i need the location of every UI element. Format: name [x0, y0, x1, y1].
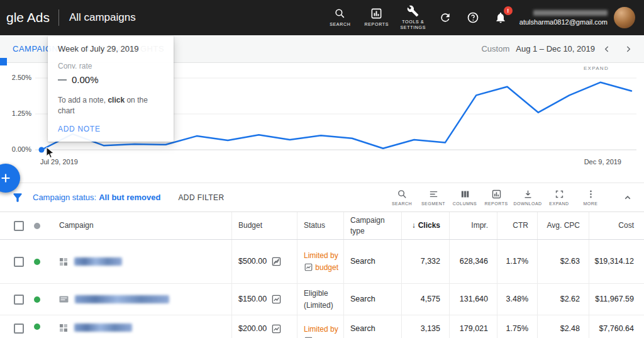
budget-report-icon[interactable] [272, 257, 281, 266]
table-header-row: Campaign Budget Status Campaign type ↓Cl… [0, 212, 644, 240]
budget-cell[interactable]: $150.00 [231, 284, 297, 315]
campaign-thumbnail-icon [59, 295, 69, 303]
filter-funnel-icon [11, 191, 24, 204]
toolbar-reports-button[interactable]: REPORTS [480, 189, 512, 206]
expand-icon [554, 189, 565, 200]
toolbar-download-button[interactable]: DOWNLOAD [512, 189, 543, 206]
clicks-cell: 7,332 [401, 240, 449, 283]
cost-cell: $11,967.59 [589, 284, 644, 315]
status-cell: Eligible (Limited) [297, 284, 343, 315]
clicks-cell: 4,575 [401, 284, 449, 315]
ctr-cell: 1.17% [497, 240, 537, 283]
budget-cell[interactable]: $200.00 [231, 315, 297, 338]
collapse-chart-button[interactable] [616, 186, 639, 209]
app-logo[interactable]: gle Ads [6, 10, 50, 25]
series-dash-icon [58, 79, 67, 81]
chevron-up-icon [622, 192, 633, 203]
row-checkbox[interactable] [14, 324, 24, 334]
campaign-name-redacted[interactable] [74, 324, 132, 332]
refresh-icon [439, 11, 452, 24]
column-header-impressions[interactable]: Impr. [449, 212, 497, 239]
column-header-campaign-type[interactable]: Campaign type [343, 212, 401, 239]
date-range-picker: Custom Aug 1 – Dec 10, 2019 [481, 40, 638, 59]
status-enabled-dot [34, 296, 40, 303]
search-icon [334, 8, 346, 20]
account-name-redacted [533, 10, 608, 16]
status-cell: Limited by budget [297, 240, 343, 283]
active-tab-edge-accent [0, 58, 7, 65]
ctr-cell: 3.48% [497, 284, 537, 315]
tooltip-metric-value: 0.00% [72, 74, 99, 85]
budget-cell[interactable]: $500.00 [231, 240, 297, 283]
campaign-type-cell: Search [343, 240, 401, 283]
avg-cpc-cell: $2.63 [537, 240, 589, 283]
topbar-divider [58, 9, 59, 26]
date-range-preset[interactable]: Custom [481, 44, 509, 54]
y-axis-tick: 1.25% [3, 110, 31, 117]
column-header-status[interactable]: Status [297, 212, 343, 239]
chevron-left-icon [602, 44, 612, 54]
campaign-thumbnail-icon [59, 324, 68, 332]
campaign-status-limited: Limited by budget [304, 250, 341, 273]
campaign-name-redacted[interactable] [74, 257, 122, 266]
tooltip-note-text: To add a note, click on the chart [58, 95, 164, 116]
note-tooltip: Week of July 29, 2019 Conv. rate 0.00% T… [48, 36, 174, 142]
avatar[interactable] [614, 7, 635, 28]
cost-cell: $7,760.64 [589, 315, 644, 338]
add-note-button[interactable]: ADD NOTE [58, 125, 164, 133]
cost-cell: $19,314.12 [589, 240, 644, 283]
sort-desc-icon: ↓ [412, 220, 416, 230]
impressions-cell: 628,346 [449, 240, 497, 283]
avg-cpc-cell: $2.48 [537, 315, 589, 338]
toolbar-search-button[interactable]: SEARCH [386, 189, 418, 206]
top-app-bar: gle Ads All campaigns SEARCH REPORTS TOO… [0, 0, 644, 35]
topbar-search-button[interactable]: SEARCH [322, 0, 358, 35]
row-checkbox[interactable] [14, 257, 24, 267]
campaign-thumbnail-icon [59, 257, 68, 266]
plus-icon [0, 171, 13, 185]
status-dot-header [34, 223, 40, 229]
y-axis-tick: 2.50% [3, 74, 31, 81]
table-row: $150.00 Eligible (Limited) Search 4,575 … [0, 284, 644, 315]
toolbar-more-button[interactable]: MORE [575, 189, 606, 206]
date-prev-button[interactable] [597, 40, 616, 59]
tooltip-title: Week of July 29, 2019 [58, 44, 164, 54]
row-checkbox[interactable] [14, 295, 24, 305]
account-info[interactable]: atulsharma0812@gmail.com [519, 10, 608, 26]
column-header-cost[interactable]: Cost [589, 212, 644, 239]
expand-chart-button[interactable]: EXPAND [584, 65, 609, 71]
account-email: atulsharma0812@gmail.com [519, 18, 608, 26]
filter-toolbar: Campaign status:All but removed ADD FILT… [0, 183, 644, 212]
toolbar-columns-button[interactable]: COLUMNS [449, 189, 480, 206]
column-header-clicks[interactable]: ↓Clicks [401, 212, 449, 239]
topbar-reports-button[interactable]: REPORTS [358, 0, 395, 35]
help-button[interactable] [460, 5, 486, 30]
column-header-budget[interactable]: Budget [231, 212, 297, 239]
campaign-status-limited: Limited by budget [304, 324, 341, 338]
table-row: $200.00 Limited by budget Search 3,135 1… [0, 315, 644, 338]
budget-report-icon[interactable] [272, 324, 281, 334]
notifications-button[interactable]: ! [488, 5, 513, 30]
budget-report-icon[interactable] [272, 295, 281, 304]
add-filter-button[interactable]: ADD FILTER [178, 193, 224, 202]
topbar-tools-settings-button[interactable]: TOOLS & SETTINGS [395, 0, 431, 35]
reports-icon [370, 8, 382, 20]
date-next-button[interactable] [619, 40, 638, 59]
refresh-button[interactable] [433, 5, 458, 30]
toolbar-segment-button[interactable]: SEGMENT [418, 189, 449, 206]
toolbar-expand-button[interactable]: EXPAND [543, 189, 575, 206]
campaign-type-cell: Search [343, 284, 401, 315]
column-header-avg-cpc[interactable]: Avg. CPC [537, 212, 589, 239]
column-header-campaign[interactable]: Campaign [54, 212, 231, 239]
select-all-checkbox[interactable] [14, 221, 24, 231]
segment-icon [428, 189, 439, 200]
campaign-status-filter[interactable]: Campaign status:All but removed [33, 193, 160, 202]
date-range-value[interactable]: Aug 1 – Dec 10, 2019 [516, 44, 595, 54]
bid-strategy-icon[interactable] [304, 263, 313, 271]
impressions-cell: 131,640 [449, 284, 497, 315]
impressions-cell: 179,021 [449, 315, 497, 338]
campaign-name-redacted[interactable] [75, 295, 169, 303]
y-axis-tick: 0.00% [3, 145, 31, 153]
wrench-icon [407, 5, 419, 17]
column-header-ctr[interactable]: CTR [497, 212, 537, 239]
